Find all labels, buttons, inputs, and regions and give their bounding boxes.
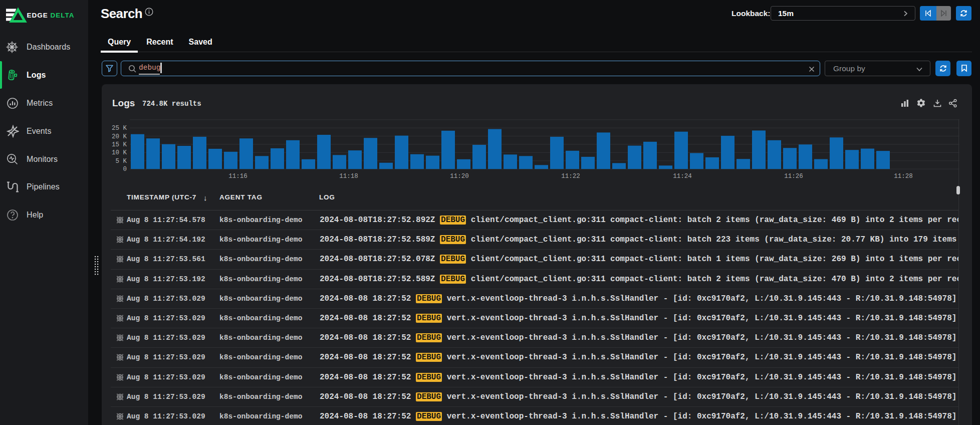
svg-text:0: 0 <box>123 166 127 173</box>
svg-text:11:22: 11:22 <box>561 173 580 180</box>
svg-text:11:26: 11:26 <box>784 173 803 180</box>
svg-text:15 K: 15 K <box>112 141 127 148</box>
svg-text:5 K: 5 K <box>115 158 127 165</box>
svg-text:11:16: 11:16 <box>228 173 248 180</box>
svg-text:20 K: 20 K <box>112 133 127 140</box>
svg-text:25 K: 25 K <box>112 125 127 132</box>
svg-text:EDGE: EDGE <box>27 12 48 19</box>
svg-text:11:18: 11:18 <box>339 173 358 180</box>
svg-text:11:20: 11:20 <box>450 173 469 180</box>
svg-text:DELTA: DELTA <box>51 12 75 19</box>
svg-text:11:24: 11:24 <box>673 173 692 180</box>
svg-text:11:28: 11:28 <box>894 173 913 180</box>
svg-text:10 K: 10 K <box>112 149 127 156</box>
